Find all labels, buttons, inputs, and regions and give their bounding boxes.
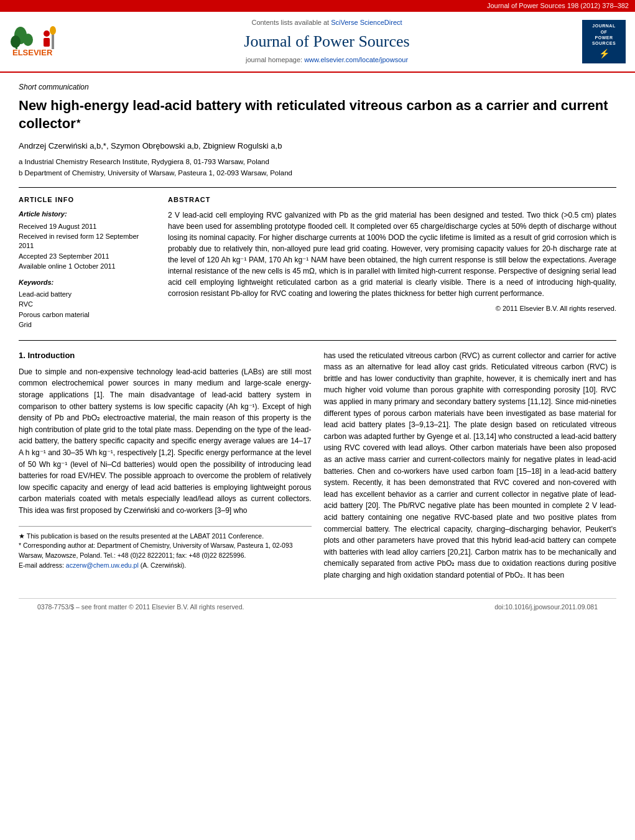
svg-text:ELSEVIER: ELSEVIER: [12, 48, 53, 57]
affiliations: a Industrial Chemistry Research Institut…: [19, 157, 616, 178]
footnote-star: ★ This publication is based on the resul…: [19, 532, 312, 542]
journal-logo-box: JOURNAL OF POWER SOURCES ⚡: [582, 20, 626, 63]
issn-text: 0378-7753/$ – see front matter © 2011 El…: [37, 602, 244, 612]
sciverse-anchor[interactable]: SciVerse ScienceDirect: [331, 19, 402, 26]
keywords-section: Keywords: Lead-acid battery RVC Porous c…: [19, 278, 155, 330]
sciverse-link: Contents lists available at SciVerse Sci…: [84, 18, 570, 27]
affil-b: b Department of Chemistry, University of…: [19, 168, 616, 178]
authors-line: Andrzej Czerwiński a,b,*, Szymon Obrębow…: [19, 141, 616, 152]
bottom-bar: 0378-7753/$ – see front matter © 2011 El…: [19, 598, 616, 616]
svg-point-6: [44, 30, 50, 37]
affil-a: a Industrial Chemistry Research Institut…: [19, 157, 616, 167]
body-content: 1. Introduction Due to simple and non-ex…: [19, 350, 616, 586]
body-right-column: has used the reticulated vitreous carbon…: [324, 350, 617, 586]
journal-ref-text: Journal of Power Sources 198 (2012) 378–…: [487, 2, 629, 9]
doi-text: doi:10.1016/j.jpowsour.2011.09.081: [494, 602, 598, 612]
article-history: Article history: Received 19 August 2011…: [19, 210, 155, 271]
footnote-email: E-mail address: aczerw@chem.uw.edu.pl (A…: [19, 561, 312, 571]
journal-homepage: journal homepage: www.elsevier.com/locat…: [84, 55, 570, 65]
article-info-heading: ARTICLE INFO: [19, 195, 155, 205]
section1-title: 1. Introduction: [19, 350, 312, 361]
main-content: Short communication New high-energy lead…: [0, 73, 635, 625]
email-link[interactable]: aczerw@chem.uw.edu.pl: [66, 561, 139, 569]
info-abstract-section: ARTICLE INFO Article history: Received 1…: [19, 187, 616, 331]
intro-para1: Due to simple and non-expensive technolo…: [19, 366, 312, 517]
journal-center: Contents lists available at SciVerse Sci…: [84, 18, 570, 65]
content-divider: [19, 340, 616, 341]
copyright-notice: © 2011 Elsevier B.V. All rights reserved…: [168, 304, 616, 313]
svg-point-5: [11, 35, 21, 48]
journal-header: ELSEVIER Contents lists available at Sci…: [0, 12, 635, 72]
elsevier-logo: ELSEVIER: [9, 24, 72, 58]
article-info-column: ARTICLE INFO Article history: Received 1…: [19, 195, 155, 331]
footnote-corr: * Corresponding author at: Department of…: [19, 541, 312, 561]
body-left-column: 1. Introduction Due to simple and non-ex…: [19, 350, 312, 586]
journal-title: Journal of Power Sources: [84, 30, 570, 53]
abstract-heading: ABSTRACT: [168, 195, 616, 205]
article-title: New high-energy lead-acid battery with r…: [19, 97, 616, 132]
article-type: Short communication: [19, 82, 616, 93]
svg-point-4: [23, 34, 33, 46]
footnotes: ★ This publication is based on the resul…: [19, 526, 312, 571]
journal-reference-bar: Journal of Power Sources 198 (2012) 378–…: [0, 0, 635, 12]
intro-para2: has used the reticulated vitreous carbon…: [324, 350, 617, 581]
svg-point-9: [50, 26, 56, 35]
homepage-link[interactable]: www.elsevier.com/locate/jpowsour: [304, 56, 408, 63]
abstract-column: ABSTRACT 2 V lead-acid cell employing RV…: [168, 195, 616, 331]
svg-rect-7: [44, 38, 50, 47]
abstract-text: 2 V lead-acid cell employing RVC galvani…: [168, 210, 616, 299]
